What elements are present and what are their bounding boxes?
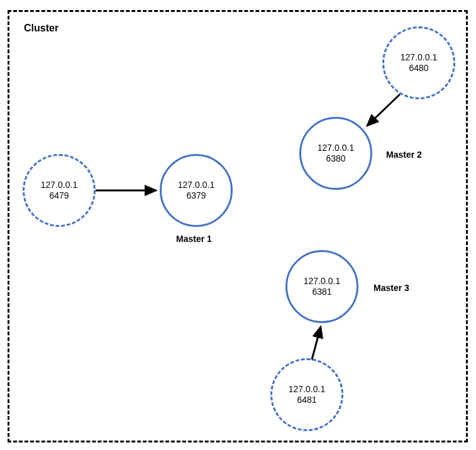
node-ip: 127.0.0.1 bbox=[304, 276, 340, 287]
node-slave-2: 127.0.0.1 6480 bbox=[382, 26, 455, 99]
node-port: 6480 bbox=[409, 63, 428, 74]
node-ip: 127.0.0.1 bbox=[318, 143, 354, 154]
label-master-1: Master 1 bbox=[176, 234, 212, 244]
label-master-3: Master 3 bbox=[374, 283, 409, 293]
node-master-2: 127.0.0.1 6380 bbox=[299, 117, 372, 190]
label-master-2: Master 2 bbox=[386, 150, 422, 160]
node-slave-3: 127.0.0.1 6481 bbox=[270, 358, 343, 431]
node-port: 6381 bbox=[312, 287, 331, 298]
node-port: 6380 bbox=[326, 153, 345, 165]
node-ip: 127.0.0.1 bbox=[41, 180, 77, 191]
node-port: 6479 bbox=[49, 190, 69, 202]
node-master-3: 127.0.0.1 6381 bbox=[285, 250, 358, 323]
node-ip: 127.0.0.1 bbox=[178, 180, 214, 191]
node-ip: 127.0.0.1 bbox=[401, 52, 437, 63]
node-master-1: 127.0.0.1 6379 bbox=[160, 154, 233, 227]
node-ip: 127.0.0.1 bbox=[289, 384, 325, 395]
diagram-canvas: Cluster 127.0.0.1 6479 127.0.0.1 6379 Ma… bbox=[0, 0, 476, 450]
node-port: 6481 bbox=[297, 395, 316, 406]
node-slave-1: 127.0.0.1 6479 bbox=[23, 154, 96, 227]
node-port: 6379 bbox=[186, 190, 206, 202]
cluster-title: Cluster bbox=[24, 23, 58, 34]
